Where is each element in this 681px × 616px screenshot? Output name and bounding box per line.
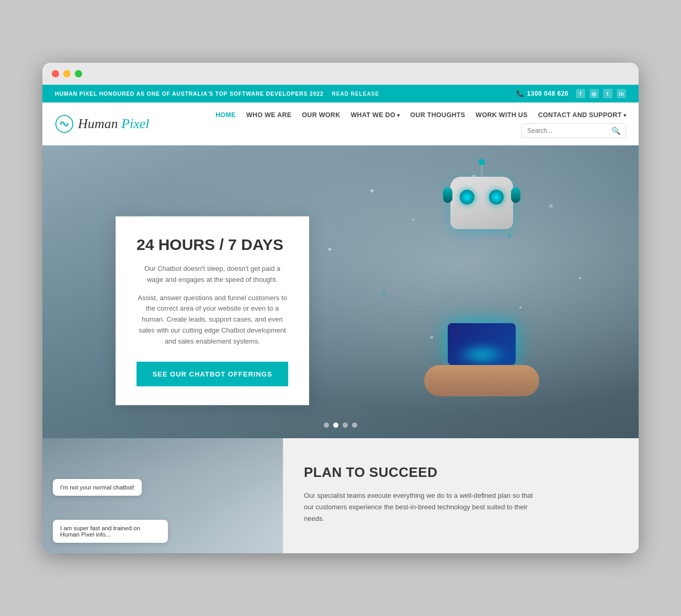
cta-button[interactable]: SEE OUR CHATBOT OFFERINGS [137,361,288,386]
site-header: Human Pixel HOME WHO WE ARE OUR WORK WHA… [42,102,639,145]
twitter-icon[interactable]: t [603,89,612,98]
search-button[interactable]: 🔍 [611,127,620,135]
logo-text: Human Pixel [78,117,149,131]
search-input[interactable] [527,127,608,134]
hero-card: 24 HOURS / 7 DAYS Our Chatbot doesn't sl… [116,216,309,405]
nav-link-home[interactable]: HOME [215,111,236,119]
nav-link-contact[interactable]: CONTACT AND SUPPORT [538,111,626,119]
bottom-text: PLAN TO SUCCEED Our specialist teams exe… [283,438,639,553]
nav-link-thoughts[interactable]: OUR THOUGHTS [410,111,465,119]
nav-link-work-with-us[interactable]: WORK WITH US [475,111,527,119]
main-nav: HOME WHO WE ARE OUR WORK WHAT WE DO OUR … [215,110,626,119]
maximize-button[interactable] [75,70,82,77]
nav-link-who[interactable]: WHO WE ARE [246,111,292,119]
nav-link-what[interactable]: WHAT WE DO [351,111,400,119]
facebook-icon[interactable]: f [576,89,585,98]
chat-bubble-2: I am super fast and trained on Human Pix… [53,520,168,543]
social-icons: f ◎ t in [576,89,626,98]
nav-item-thoughts[interactable]: OUR THOUGHTS [410,110,465,119]
phone-area: 📞 1300 048 626 [516,90,569,97]
nav-item-home[interactable]: HOME [215,110,236,119]
linkedin-icon[interactable]: in [617,89,626,98]
robot-head [450,177,513,229]
robot-hand [424,365,539,396]
slider-dot-2[interactable] [333,423,338,428]
nav-item-who[interactable]: WHO WE ARE [246,110,292,119]
robot-antenna [481,162,483,177]
close-button[interactable] [52,70,59,77]
robot-ear-right [511,187,520,203]
robot-eye-left [460,190,474,204]
hero-para1: Our Chatbot doesn't sleep, doesn't get p… [137,264,288,286]
site-wrapper: HUMAN PIXEL HONOURED AS ONE OF AUSTRALIA… [42,85,639,553]
bottom-heading: PLAN TO SUCCEED [304,464,618,481]
slider-dot-3[interactable] [343,423,348,428]
nav-item-what[interactable]: WHAT WE DO [351,110,400,119]
top-bar-left: HUMAN PIXEL HONOURED AS ONE OF AUSTRALIA… [55,90,379,97]
logo-area: Human Pixel [55,115,149,133]
logo-icon [55,115,74,133]
instagram-icon[interactable]: ◎ [589,89,599,98]
phone-icon: 📞 [516,90,525,97]
nav-item-work[interactable]: OUR WORK [302,110,340,119]
nav-item-work-with-us[interactable]: WORK WITH US [475,110,527,119]
robot-tablet [448,323,516,365]
top-bar: HUMAN PIXEL HONOURED AS ONE OF AUSTRALIA… [42,85,639,102]
hero-heading: 24 HOURS / 7 DAYS [137,235,288,254]
nav-and-search: HOME WHO WE ARE OUR WORK WHAT WE DO OUR … [215,110,626,138]
bottom-section: I'm not your normal chatbot! I am super … [42,438,639,553]
robot-ear-left [443,187,452,203]
hero-section: 24 HOURS / 7 DAYS Our Chatbot doesn't sl… [42,145,639,438]
announcement-text: HUMAN PIXEL HONOURED AS ONE OF AUSTRALIA… [55,90,324,97]
bottom-para: Our specialist teams execute everything … [304,490,534,524]
slider-dot-1[interactable] [324,423,329,428]
minimize-button[interactable] [63,70,71,77]
top-bar-right: 📞 1300 048 626 f ◎ t in [516,89,626,98]
nav-link-work[interactable]: OUR WORK [302,111,340,119]
search-bar: 🔍 [521,123,626,138]
robot-body [398,156,565,407]
browser-chrome [42,63,639,85]
robot-eye-right [489,190,504,204]
robot-figure [398,156,565,407]
slider-dots [324,423,357,428]
phone-number: 1300 048 626 [527,90,569,97]
read-release-link[interactable]: READ RELEASE [332,91,379,97]
bottom-image: I'm not your normal chatbot! I am super … [42,438,283,553]
slider-dot-4[interactable] [352,423,357,428]
browser-window: HUMAN PIXEL HONOURED AS ONE OF AUSTRALIA… [42,63,639,553]
nav-item-contact[interactable]: CONTACT AND SUPPORT [538,110,626,119]
chat-bubble-1: I'm not your normal chatbot! [53,479,142,496]
tablet-glow [456,344,508,365]
hero-para2: Assist, answer questions and funnel cust… [137,292,288,347]
